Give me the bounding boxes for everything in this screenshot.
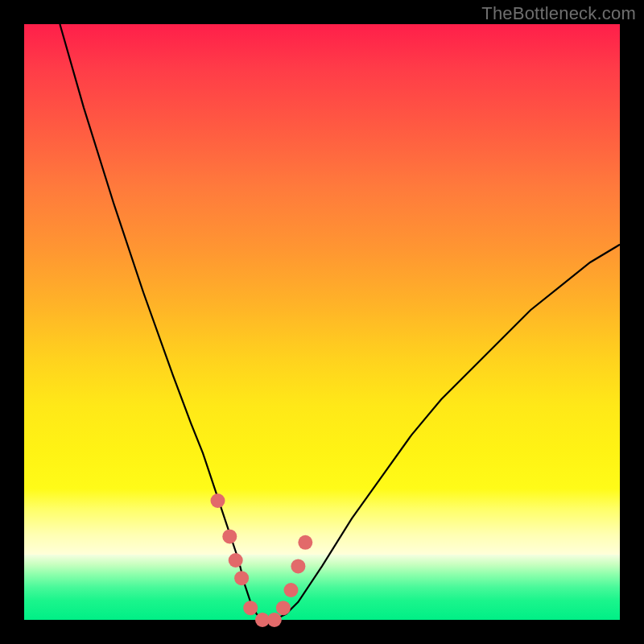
bottleneck-curve <box>24 24 620 620</box>
curve-line <box>60 24 620 620</box>
highlight-dot <box>284 583 299 597</box>
highlight-dot <box>234 571 249 585</box>
watermark-text: TheBottleneck.com <box>481 3 636 24</box>
near-optimal-dots <box>211 493 313 627</box>
highlight-dot <box>276 601 291 615</box>
highlight-dot <box>211 493 225 508</box>
highlight-dot <box>243 601 258 615</box>
highlight-dot <box>298 535 312 550</box>
chart-frame: TheBottleneck.com <box>0 0 644 644</box>
highlight-dot <box>222 529 237 543</box>
highlight-dot <box>229 553 243 568</box>
chart-plot-area <box>24 24 620 620</box>
highlight-dot <box>291 559 305 573</box>
highlight-dot <box>267 613 282 627</box>
